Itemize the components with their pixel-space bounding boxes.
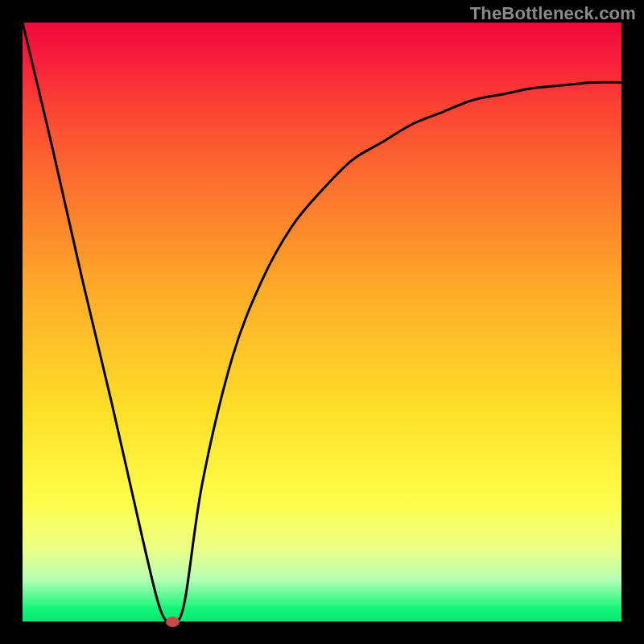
chart-frame: TheBottleneck.com — [0, 0, 644, 644]
bottleneck-curve — [23, 23, 621, 621]
vertex-marker — [166, 617, 180, 627]
curve-path — [23, 23, 621, 621]
watermark-text: TheBottleneck.com — [470, 3, 636, 24]
plot-area — [23, 23, 621, 621]
